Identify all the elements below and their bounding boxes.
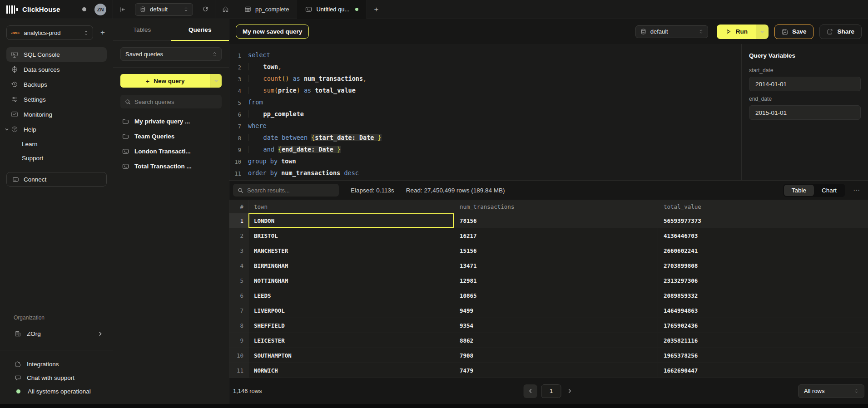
tab-queries[interactable]: Queries [171, 19, 229, 40]
cell-total-value[interactable]: 1464994863 [658, 303, 868, 318]
cell-row-index[interactable]: 9 [229, 333, 248, 348]
sidebar-item-data-sources[interactable]: Data sources [6, 62, 107, 77]
code-line[interactable]: 8 date between {start_date: Date } [229, 132, 741, 144]
notification-dot[interactable] [82, 7, 86, 11]
column-header-num_transactions[interactable]: num_transactions [454, 200, 658, 213]
search-queries-input[interactable] [134, 98, 217, 105]
cell-row-index[interactable]: 10 [229, 348, 248, 363]
code-line[interactable]: 6 pp_complete [229, 108, 741, 120]
sidebar-item-backups[interactable]: Backups [6, 77, 107, 92]
collapse-sidebar-button[interactable] [113, 0, 132, 19]
cell-num-transactions[interactable]: 7908 [454, 348, 658, 363]
refresh-button[interactable] [196, 0, 215, 19]
saved-query-tab[interactable]: My new saved query [236, 25, 309, 39]
cell-total-value[interactable]: 2035821116 [658, 333, 868, 348]
query-list-item-my-private-query[interactable]: My private query ... [120, 114, 222, 129]
cell-num-transactions[interactable]: 9499 [454, 303, 658, 318]
cell-total-value[interactable]: 2089859332 [658, 288, 868, 303]
cell-total-value[interactable]: 4136446703 [658, 228, 868, 243]
connect-button[interactable]: Connect [6, 172, 107, 187]
cell-town[interactable]: LEEDS [248, 288, 454, 303]
start-date-input[interactable] [749, 77, 861, 91]
cell-town[interactable]: LEICESTER [248, 333, 454, 348]
code-line[interactable]: 3 count() as num_transactions, [229, 73, 741, 85]
cell-row-index[interactable]: 4 [229, 258, 248, 273]
save-button[interactable]: Save [774, 25, 814, 39]
cell-row-index[interactable]: 1 [229, 213, 248, 228]
tab-tables[interactable]: Tables [113, 19, 171, 40]
cell-num-transactions[interactable]: 9354 [454, 318, 658, 333]
sidebar-item-help[interactable]: Help [6, 122, 107, 137]
page-size-select[interactable]: All rows [798, 384, 864, 398]
code-line[interactable]: 10group by town [229, 156, 741, 167]
sidebar-item-zorg[interactable]: ZOrg [6, 326, 107, 341]
cell-town[interactable]: BIRMINGHAM [248, 258, 454, 273]
home-tab[interactable] [215, 0, 236, 19]
column-header-total_value[interactable]: total_value [658, 200, 868, 213]
run-database-select[interactable]: default [635, 25, 708, 38]
cell-total-value[interactable]: 2703899808 [658, 258, 868, 273]
cell-total-value[interactable]: 2313297306 [658, 273, 868, 288]
cell-row-index[interactable]: 11 [229, 363, 248, 378]
cell-town[interactable]: BRISTOL [248, 228, 454, 243]
sidebar-item-support[interactable]: Support [6, 151, 107, 165]
sidebar-item-learn[interactable]: Learn [6, 137, 107, 151]
code-line[interactable]: 11order by num_transactions desc [229, 167, 741, 179]
cell-num-transactions[interactable]: 10865 [454, 288, 658, 303]
cell-row-index[interactable]: 7 [229, 303, 248, 318]
cell-row-index[interactable]: 6 [229, 288, 248, 303]
cell-town[interactable]: SOUTHAMPTON [248, 348, 454, 363]
cell-row-index[interactable]: 5 [229, 273, 248, 288]
code-line[interactable]: 5from [229, 97, 741, 108]
query-list-item-team-queries[interactable]: Team Queries [120, 129, 222, 144]
tab-pp-complete[interactable]: pp_complete [236, 0, 297, 19]
page-number[interactable]: 1 [541, 384, 561, 398]
topbar-database-select[interactable]: default [135, 3, 193, 16]
cell-total-value[interactable]: 1765902436 [658, 318, 868, 333]
prev-page-button[interactable] [524, 384, 537, 398]
new-query-menu-button[interactable] [210, 74, 222, 88]
share-button[interactable]: Share [819, 25, 862, 39]
cell-num-transactions[interactable]: 78156 [454, 213, 658, 228]
query-list-item-london-transacti[interactable]: London Transacti... [120, 144, 222, 159]
new-tab-button[interactable]: + [367, 0, 385, 19]
cell-town[interactable]: LIVERPOOL [248, 303, 454, 318]
cell-total-value[interactable]: 2660602241 [658, 243, 868, 258]
cell-town[interactable]: NOTTINGHAM [248, 273, 454, 288]
column-header-row-index[interactable]: # [229, 200, 248, 213]
sidebar-item-sql-console[interactable]: SQL Console [6, 47, 107, 62]
sidebar-footer-item-integrations[interactable]: Integrations [6, 358, 107, 370]
cell-num-transactions[interactable]: 13471 [454, 258, 658, 273]
cell-row-index[interactable]: 8 [229, 318, 248, 333]
view-table-button[interactable]: Table [784, 185, 814, 196]
saved-queries-select[interactable]: Saved queries [120, 47, 222, 61]
avatar[interactable]: ZN [94, 4, 106, 15]
cell-num-transactions[interactable]: 12981 [454, 273, 658, 288]
sidebar-item-settings[interactable]: Settings [6, 92, 107, 107]
more-options-button[interactable]: ⋯ [851, 186, 862, 194]
code-line[interactable]: 7where [229, 120, 741, 132]
cell-num-transactions[interactable]: 8862 [454, 333, 658, 348]
column-header-town[interactable]: town [248, 200, 454, 213]
run-options-button[interactable] [756, 25, 769, 39]
code-line[interactable]: 4 sum(price) as total_value [229, 85, 741, 97]
view-chart-button[interactable]: Chart [814, 185, 844, 196]
new-query-button[interactable]: + New query [120, 74, 210, 88]
cell-total-value[interactable]: 1662690447 [658, 363, 868, 378]
cell-num-transactions[interactable]: 7479 [454, 363, 658, 378]
sql-editor[interactable]: 1select2 town,3 count() as num_transacti… [229, 44, 741, 180]
service-select[interactable]: aws analytics-prod [6, 25, 93, 40]
cell-total-value[interactable]: 56593977373 [658, 213, 868, 228]
cell-town[interactable]: LONDON [248, 213, 454, 228]
cell-town[interactable]: MANCHESTER [248, 243, 454, 258]
add-service-button[interactable]: + [99, 28, 107, 37]
run-button[interactable]: Run [717, 25, 756, 39]
sidebar-footer-item-chat-with-support[interactable]: Chat with support [6, 371, 107, 384]
cell-town[interactable]: NORWICH [248, 363, 454, 378]
next-page-button[interactable] [565, 388, 574, 393]
cell-num-transactions[interactable]: 15156 [454, 243, 658, 258]
sidebar-item-monitoring[interactable]: Monitoring [6, 107, 107, 122]
cell-row-index[interactable]: 2 [229, 228, 248, 243]
cell-num-transactions[interactable]: 16217 [454, 228, 658, 243]
code-line[interactable]: 1select [229, 49, 741, 61]
